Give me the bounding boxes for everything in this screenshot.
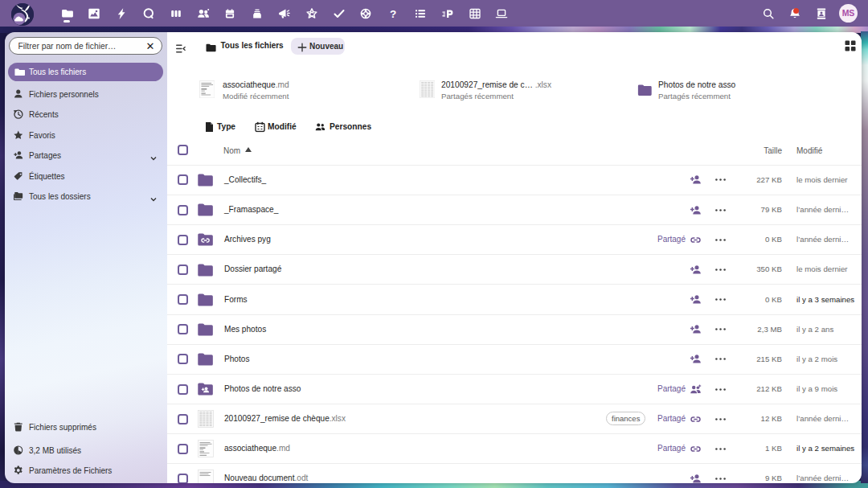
svg-text:?: ? <box>390 8 396 20</box>
